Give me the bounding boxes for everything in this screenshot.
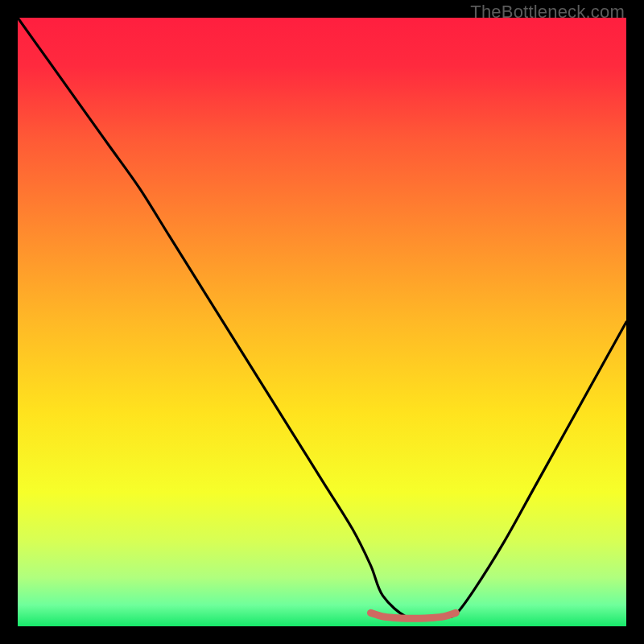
chart-svg bbox=[18, 18, 626, 626]
chart-background bbox=[18, 18, 626, 626]
chart-frame bbox=[18, 18, 626, 626]
